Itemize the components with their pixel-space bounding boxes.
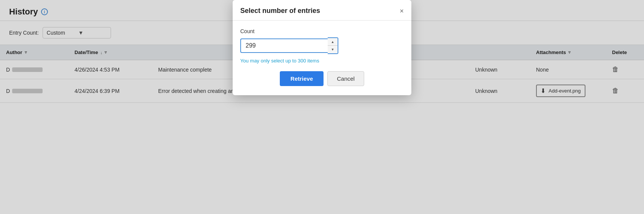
count-input-row: ▲ ▼ xyxy=(240,37,404,54)
modal-dialog: Select number of entries × Count ▲ ▼ You… xyxy=(233,0,411,95)
modal-body: Count ▲ ▼ You may only select up to 300 … xyxy=(233,21,411,95)
cancel-button[interactable]: Cancel xyxy=(327,71,364,86)
spinner-up-button[interactable]: ▲ xyxy=(328,38,338,46)
modal-title: Select number of entries xyxy=(240,7,320,15)
spinner-down-button[interactable]: ▼ xyxy=(328,46,338,53)
page-container: History i Entry Count: Custom ▼ Author ▿… xyxy=(0,0,644,214)
count-label: Count xyxy=(240,28,404,34)
retrieve-button[interactable]: Retrieve xyxy=(280,71,324,86)
modal-close-button[interactable]: × xyxy=(400,8,404,14)
count-hint: You may only select up to 300 items xyxy=(240,58,404,64)
count-spinner: ▲ ▼ xyxy=(328,37,338,54)
count-input[interactable] xyxy=(240,38,328,53)
modal-actions: Retrieve Cancel xyxy=(240,71,404,86)
modal-header: Select number of entries × xyxy=(233,0,411,21)
